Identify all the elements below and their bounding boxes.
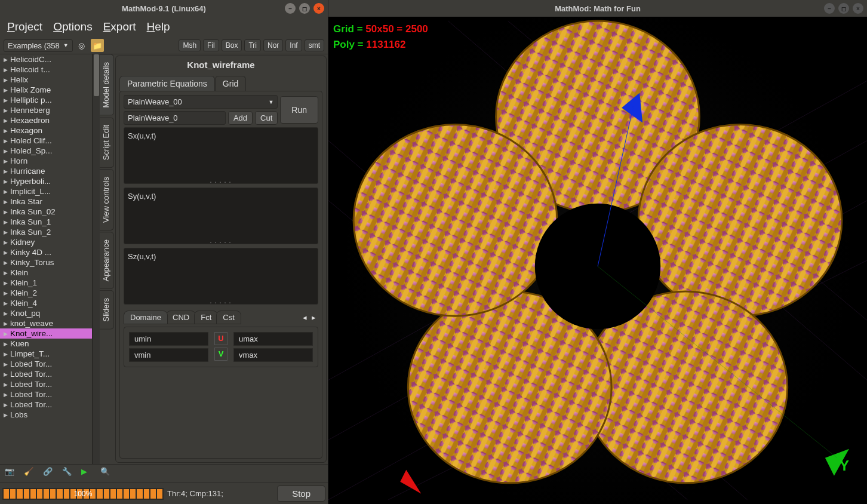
- close-icon[interactable]: ×: [313, 3, 324, 14]
- tree-item[interactable]: ▶Klein: [0, 268, 92, 278]
- tab-cst[interactable]: Cst: [216, 311, 241, 324]
- tree-item[interactable]: ▶Klein_1: [0, 278, 92, 288]
- tree-item[interactable]: ▶Klein_2: [0, 288, 92, 298]
- tree-item[interactable]: ▶Klein_4: [0, 298, 92, 308]
- vmin-field[interactable]: vmin: [129, 348, 208, 362]
- target-icon[interactable]: ◎: [75, 39, 88, 52]
- tree-item[interactable]: ▶Helix: [0, 75, 92, 85]
- tree-item[interactable]: ▶Kidney: [0, 237, 92, 247]
- tree-item[interactable]: ▶Kinky_Torus: [0, 257, 92, 268]
- fil-button[interactable]: Fil: [203, 39, 219, 51]
- expand-icon: ▶: [4, 321, 8, 327]
- wrench-icon[interactable]: 🔧: [62, 467, 75, 480]
- vtab-script-edit[interactable]: Script Edit: [100, 117, 114, 168]
- tree-item[interactable]: ▶knot_weave: [0, 318, 92, 328]
- tree-item[interactable]: ▶Holed_Sp...: [0, 146, 92, 156]
- tab-grid[interactable]: Grid: [215, 76, 246, 91]
- 3d-viewport[interactable]: Grid = 50x50 = 2500 Poly = 1131162 Y: [328, 17, 867, 504]
- tree-item[interactable]: ▶Lobed Tor...: [0, 359, 92, 369]
- sz-editor[interactable]: Sz(u,v,t): [124, 248, 318, 305]
- cut-button[interactable]: Cut: [255, 111, 278, 125]
- smt-button[interactable]: smt: [305, 39, 324, 51]
- menu-help[interactable]: Help: [147, 20, 170, 33]
- tab-fct[interactable]: Fct: [194, 311, 218, 324]
- tree-item[interactable]: ▶Helix Zome: [0, 85, 92, 95]
- tree-item[interactable]: ▶Limpet_T...: [0, 349, 92, 359]
- close-icon[interactable]: ×: [853, 3, 863, 14]
- menu-export[interactable]: Export: [103, 20, 136, 33]
- component-select[interactable]: PlainWeave_00 ▼: [124, 95, 278, 109]
- tree-item[interactable]: ▶Lobs: [0, 410, 92, 420]
- tree-item-label: Helix: [10, 75, 28, 84]
- sy-editor[interactable]: Sy(u,v,t): [124, 188, 318, 244]
- inf-button[interactable]: Inf: [285, 39, 302, 51]
- umax-field[interactable]: umax: [233, 332, 313, 346]
- menu-project[interactable]: Project: [7, 20, 42, 33]
- tree-item[interactable]: ▶Kinky 4D ...: [0, 247, 92, 257]
- menu-options[interactable]: Options: [53, 20, 92, 33]
- tree-item[interactable]: ▶Lobed Tor...: [0, 369, 92, 379]
- component-name-input[interactable]: PlainWeave_0: [124, 111, 226, 125]
- rendered-model: [328, 17, 867, 504]
- u-toggle[interactable]: U: [214, 332, 227, 345]
- minimize-icon[interactable]: –: [285, 3, 296, 14]
- play-icon[interactable]: ▶: [81, 467, 94, 480]
- zoom-icon[interactable]: 🔍: [100, 467, 113, 480]
- examples-dropdown[interactable]: Examples (358 ▼: [4, 39, 73, 52]
- tree-item[interactable]: ▶Inka Sun_1: [0, 217, 92, 227]
- tree-item[interactable]: ▶Hexagon: [0, 125, 92, 136]
- link-icon[interactable]: 🔗: [43, 467, 56, 480]
- v-toggle[interactable]: V: [214, 348, 227, 361]
- expand-icon: ▶: [4, 209, 8, 215]
- tree-item[interactable]: ▶Holed Clif...: [0, 136, 92, 146]
- brush-icon[interactable]: 🧹: [24, 467, 37, 480]
- tree-item[interactable]: ▶Lobed Tor...: [0, 389, 92, 399]
- tree-item[interactable]: ▶Inka Sun_2: [0, 227, 92, 237]
- tab-cnd[interactable]: CND: [166, 311, 196, 324]
- tree-item[interactable]: ▶Hurricane: [0, 166, 92, 176]
- msh-button[interactable]: Msh: [179, 39, 201, 51]
- tab-scroll-right-icon[interactable]: ▸: [309, 313, 318, 322]
- tree-item[interactable]: ▶Inka Star: [0, 196, 92, 207]
- folder-icon[interactable]: 📁: [91, 39, 104, 52]
- vtab-model-details[interactable]: Model details: [100, 54, 114, 116]
- tree-item[interactable]: ▶Hyperboli...: [0, 176, 92, 186]
- model-tree[interactable]: ▶HelicoidC...▶Helicoid t...▶Helix▶Helix …: [0, 54, 93, 464]
- vmax-field[interactable]: vmax: [233, 348, 313, 362]
- tree-item[interactable]: ▶Lobed Tor...: [0, 399, 92, 410]
- maximize-icon[interactable]: ◻: [299, 3, 310, 14]
- vtab-appearance[interactable]: Appearance: [100, 232, 114, 289]
- tab-parametric-equations[interactable]: Parametric Equations: [119, 76, 215, 91]
- tree-item[interactable]: ▶Henneberg: [0, 105, 92, 115]
- grid-value: 50x50 = 2500: [365, 23, 428, 35]
- tree-item[interactable]: ▶Knot_pq: [0, 308, 92, 318]
- box-button[interactable]: Box: [222, 39, 242, 51]
- tree-item[interactable]: ▶Helliptic p...: [0, 95, 92, 105]
- tree-item[interactable]: ▶Kuen: [0, 339, 92, 349]
- camera-icon[interactable]: 📷: [5, 467, 18, 480]
- tree-item[interactable]: ▶Hexaedron: [0, 115, 92, 125]
- tree-item[interactable]: ▶Helicoid t...: [0, 64, 92, 75]
- stop-button[interactable]: Stop: [277, 485, 325, 502]
- tree-item[interactable]: ▶Lobed Tor...: [0, 379, 92, 389]
- tree-item[interactable]: ▶HelicoidC...: [0, 54, 92, 64]
- tree-item[interactable]: ▶Horn: [0, 156, 92, 166]
- tri-button[interactable]: Tri: [244, 39, 261, 51]
- tab-domaine[interactable]: Domaine: [124, 311, 168, 324]
- vtab-view-controls[interactable]: View controls: [100, 169, 114, 231]
- maximize-icon[interactable]: ◻: [838, 3, 849, 14]
- umin-field[interactable]: umin: [129, 332, 208, 346]
- nor-button[interactable]: Nor: [263, 39, 283, 51]
- minimize-icon[interactable]: –: [824, 3, 835, 14]
- tree-item[interactable]: ▶Knot_wire...: [0, 328, 92, 339]
- run-button[interactable]: Run: [280, 96, 318, 124]
- tree-item[interactable]: ▶Inka Sun_02: [0, 207, 92, 217]
- tree-item-label: Klein: [10, 268, 28, 277]
- tree-item[interactable]: ▶Implicit_L...: [0, 186, 92, 196]
- tree-scrollbar[interactable]: [93, 54, 100, 464]
- tab-scroll-left-icon[interactable]: ◂: [300, 313, 309, 322]
- add-button[interactable]: Add: [228, 111, 253, 125]
- expand-icon: ▶: [4, 341, 8, 347]
- sx-editor[interactable]: Sx(u,v,t): [124, 127, 318, 184]
- vtab-sliders[interactable]: Sliders: [100, 290, 114, 330]
